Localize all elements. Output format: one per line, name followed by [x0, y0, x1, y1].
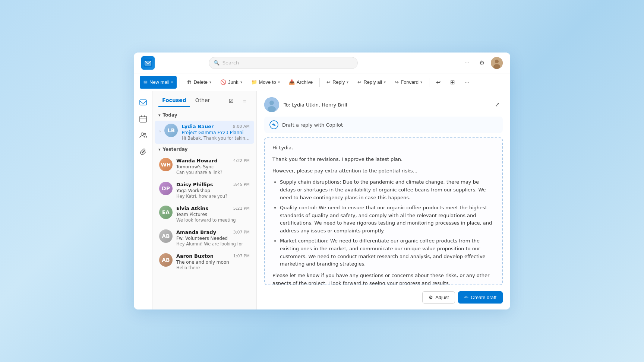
today-label: Today — [163, 112, 177, 118]
tab-other[interactable]: Other — [192, 95, 214, 107]
yesterday-label: Yesterday — [163, 147, 188, 152]
new-mail-label: New mail — [149, 79, 169, 85]
draft-body[interactable]: Hi Lydia, Thank you for the revisions, I… — [264, 137, 503, 285]
wanda-avatar: WH — [159, 158, 173, 171]
elvia-sender: Elvia Atkins — [176, 206, 208, 211]
mail-item-lydia[interactable]: › LB Lydia Bauer 9:00 AM Project Gamma F… — [155, 121, 254, 144]
reading-pane: To: Lydia Utkin, Henry Brill ⤢ Draft a r… — [257, 91, 510, 309]
amanda-sender: Amanda Brady — [176, 229, 216, 235]
more-options-button[interactable]: ··· — [461, 57, 473, 69]
adjust-label: Adjust — [435, 295, 449, 300]
daisy-sender: Daisy Phillips — [176, 182, 213, 187]
top-bar-right: ··· ⚙ — [461, 57, 503, 69]
svg-point-10 — [269, 101, 274, 105]
draft-bullet-3: Market competition: We need to different… — [280, 237, 495, 268]
aaron-subject: The one and only moon — [176, 260, 250, 265]
svg-rect-6 — [140, 116, 146, 122]
draft-para1: Thank you for the revisions, I approve t… — [272, 156, 495, 163]
more-toolbar-button[interactable]: ··· — [461, 76, 473, 89]
mail-item-elvia[interactable]: EA Elvia Atkins 5:21 PM Team Pictures We… — [155, 203, 254, 226]
sidebar-item-attachments[interactable] — [136, 145, 150, 158]
draft-para3: Please let me know if you have any quest… — [272, 272, 495, 285]
sidebar-icons — [134, 91, 152, 309]
lydia-subject: Project Gamma FY23 Planni — [181, 130, 250, 135]
daisy-subject: Yoga Workshop — [176, 188, 250, 193]
new-mail-icon: ✉ — [143, 79, 148, 85]
mail-item-aaron[interactable]: AB Aaron Buxton 1:07 PM The one and only… — [155, 250, 254, 273]
mail-tabs-actions: ☑ ≡ — [225, 95, 250, 107]
draft-bullet-2: Quality control: We need to ensure that … — [280, 204, 495, 235]
amanda-mail-content: Amanda Brady 3:07 PM Fw: Volunteers Need… — [176, 229, 250, 247]
daisy-avatar: DP — [159, 182, 173, 195]
elvia-mail-content: Elvia Atkins 5:21 PM Team Pictures We lo… — [176, 206, 250, 223]
date-header-today: ▾ Today — [152, 110, 256, 120]
daisy-time: 3:45 PM — [233, 182, 250, 187]
mail-list-panel: Focused Other ☑ ≡ ▾ Today › LB — [152, 91, 257, 309]
forward-button[interactable]: ↪ Forward ▾ — [391, 76, 426, 89]
sidebar-item-mail[interactable] — [136, 96, 150, 109]
amanda-time: 3:07 PM — [233, 230, 250, 235]
move-to-button[interactable]: 📁 Move to ▾ — [247, 76, 284, 89]
sidebar-item-people[interactable] — [136, 128, 150, 142]
new-mail-button[interactable]: ✉ New mail ▾ — [140, 76, 177, 89]
wanda-subject: Tomorrow's Sync — [176, 164, 250, 169]
reading-from-avatar — [264, 97, 279, 112]
aaron-mail-content: Aaron Buxton 1:07 PM The one and only mo… — [176, 253, 250, 270]
settings-button[interactable]: ⚙ — [476, 57, 488, 69]
copilot-label: Draft a reply with Copilot — [282, 122, 343, 128]
forward-icon: ↪ — [395, 79, 399, 85]
svg-point-11 — [268, 106, 276, 112]
mail-list-body: ▾ Today › LB Lydia Bauer 9:00 AM Project… — [152, 107, 256, 309]
junk-icon: 🚫 — [220, 79, 226, 85]
reply-button[interactable]: ↩ Reply ▾ — [323, 76, 352, 89]
draft-bullets: Supply chain disruptions: Due to the pan… — [280, 178, 495, 268]
reply-icon: ↩ — [326, 79, 331, 85]
move-icon: 📁 — [251, 79, 257, 85]
grid-view-button[interactable]: ⊞ — [446, 76, 459, 89]
elvia-subject: Team Pictures — [176, 212, 250, 217]
lydia-avatar: LB — [164, 124, 178, 137]
toolbar-divider-2 — [319, 78, 320, 87]
mail-item-daisy[interactable]: DP Daisy Phillips 3:45 PM Yoga Workshop … — [155, 179, 254, 202]
svg-point-13 — [273, 124, 275, 126]
reply-all-button[interactable]: ↩ Reply all ▾ — [354, 76, 389, 89]
lydia-preview: Hi Babak, Thank you for taking the — [181, 136, 250, 141]
amanda-preview: Hey Alumni! We are looking for — [176, 241, 250, 247]
expand-reading-button[interactable]: ⤢ — [492, 99, 503, 110]
adjust-button[interactable]: ⚙ Adjust — [422, 291, 455, 304]
wanda-sender: Wanda Howard — [176, 158, 218, 163]
delete-button[interactable]: 🗑 Delete ▾ — [183, 76, 215, 89]
archive-button[interactable]: 📥 Archive — [285, 76, 316, 89]
elvia-avatar: EA — [159, 206, 173, 219]
search-bar[interactable]: 🔍 Search — [209, 57, 358, 69]
sidebar-item-calendar[interactable] — [136, 112, 150, 126]
lydia-time: 9:00 AM — [233, 124, 250, 129]
reply-all-icon: ↩ — [357, 79, 362, 85]
svg-rect-5 — [140, 100, 146, 105]
main-content: Focused Other ☑ ≡ ▾ Today › LB — [134, 91, 510, 309]
sort-button[interactable]: ≡ — [239, 95, 250, 107]
draft-actions: ⚙ Adjust ✏ Create draft — [264, 290, 503, 304]
svg-point-3 — [495, 60, 499, 63]
filter-button[interactable]: ☑ — [225, 95, 237, 107]
daisy-preview: Hey Katri, how are you? — [176, 194, 250, 199]
svg-point-7 — [141, 133, 143, 136]
toolbar: ✉ New mail ▾ 🗑 Delete ▾ 🚫 Junk ▾ 📁 Move … — [134, 73, 510, 91]
delete-icon: 🗑 — [187, 79, 192, 85]
draft-greeting: Hi Lydia, — [272, 144, 495, 152]
mail-item-wanda[interactable]: WH Wanda Howard 4:22 PM Tomorrow's Sync … — [155, 155, 254, 178]
tab-focused[interactable]: Focused — [158, 95, 190, 107]
mail-item-amanda[interactable]: AB Amanda Brady 3:07 PM Fw: Volunteers N… — [155, 226, 254, 250]
toolbar-divider-1 — [180, 78, 180, 87]
junk-button[interactable]: 🚫 Junk ▾ — [217, 76, 246, 89]
wanda-time: 4:22 PM — [233, 158, 250, 163]
amanda-subject: Fw: Volunteers Needed — [176, 236, 250, 241]
yesterday-chevron: ▾ — [158, 147, 161, 152]
amanda-avatar: AB — [159, 229, 173, 243]
elvia-time: 5:21 PM — [233, 206, 250, 211]
user-avatar[interactable] — [491, 57, 503, 69]
undo-button[interactable]: ↩ — [432, 76, 445, 89]
create-draft-button[interactable]: ✏ Create draft — [458, 291, 503, 304]
aaron-preview: Hello there — [176, 265, 250, 270]
archive-icon: 📥 — [289, 79, 295, 85]
